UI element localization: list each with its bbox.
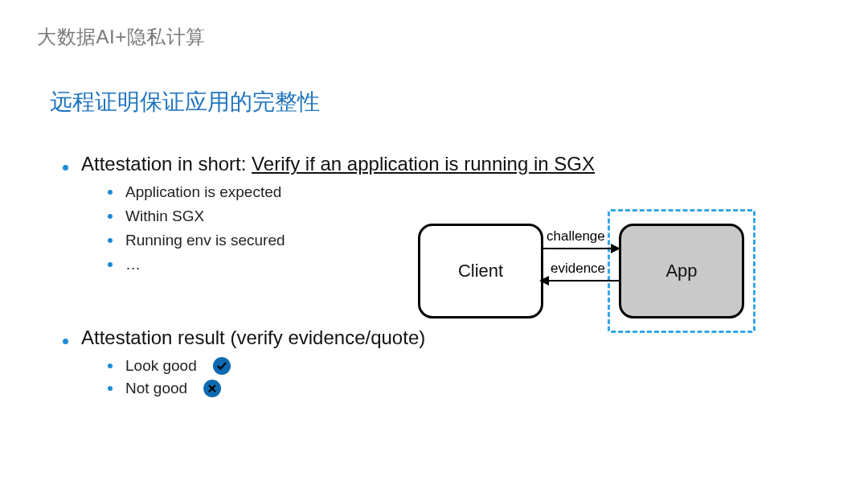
bullet-dot-icon: [108, 214, 113, 219]
bullet-dot-icon: [108, 190, 113, 195]
bullet-dot-icon: [108, 262, 113, 267]
challenge-arrow: [541, 248, 619, 249]
result-item-bad: Not good: [108, 380, 818, 397]
sub-text: Application is expected: [125, 183, 281, 201]
bullet-text: Attestation in short: Verify if an appli…: [81, 153, 595, 175]
slide: 大数据AI+隐私计算 远程证明保证应用的完整性 Attestation in s…: [0, 0, 868, 489]
bullet-prefix: Attestation in short:: [81, 153, 252, 175]
sub-text: …: [125, 256, 141, 273]
sub-text: Running env is secured: [125, 232, 285, 249]
sub-item: Application is expected: [108, 183, 818, 201]
result-label: Look good: [125, 357, 197, 375]
slide-header: 大数据AI+隐私计算: [37, 24, 206, 50]
client-label: Client: [458, 261, 503, 281]
bullet-dot-icon: [63, 339, 68, 344]
bullet-dot-icon: [108, 364, 113, 368]
evidence-arrow: [541, 280, 619, 281]
app-label: App: [665, 261, 697, 281]
client-box: Client: [418, 224, 543, 318]
sublist-result: Look good Not good: [108, 357, 818, 397]
attestation-diagram: Client App challenge evidence: [418, 209, 755, 330]
check-icon: [213, 357, 231, 375]
result-item-good: Look good: [108, 357, 818, 375]
bullet-dot-icon: [108, 238, 113, 243]
challenge-label: challenge: [547, 228, 605, 244]
app-box: App: [619, 224, 744, 318]
sub-text: Within SGX: [125, 208, 204, 225]
bullet-attestation-short: Attestation in short: Verify if an appli…: [63, 153, 818, 175]
bullet-dot-icon: [63, 165, 68, 171]
bullet-text: Attestation result (verify evidence/quot…: [81, 327, 425, 349]
slide-title: 远程证明保证应用的完整性: [50, 87, 320, 117]
evidence-label: evidence: [551, 261, 605, 277]
result-label: Not good: [125, 380, 187, 397]
x-icon: [203, 380, 221, 397]
bullet-underlined: Verify if an application is running in S…: [252, 153, 595, 175]
bullet-dot-icon: [108, 386, 113, 391]
